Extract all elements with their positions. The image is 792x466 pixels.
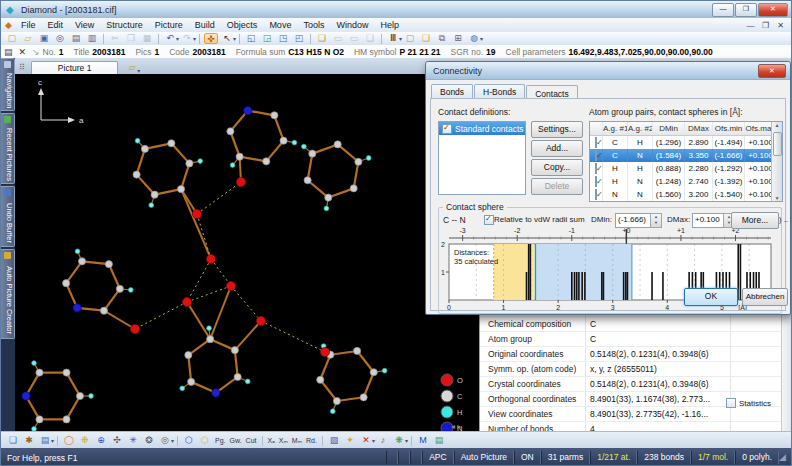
- structure-close-icon[interactable]: ✕: [19, 47, 27, 57]
- color-wheel-icon[interactable]: ❋: [392, 435, 406, 446]
- find-icon[interactable]: ◎: [53, 33, 67, 44]
- title-bar[interactable]: ◆ Diamond - [2003181.cif] — ❐ ✕: [1, 1, 791, 18]
- redo-icon[interactable]: ↷: [180, 33, 194, 44]
- delete-icon-arrow[interactable]: ▾: [372, 437, 375, 444]
- tile-icon[interactable]: ⊞: [451, 33, 465, 44]
- dialog-close-icon[interactable]: ✕: [758, 64, 786, 78]
- build-tools-icon[interactable]: ✱: [22, 435, 36, 446]
- definition-checkbox[interactable]: [442, 124, 452, 134]
- pairs-table-row[interactable]: CN(1.584)3.350(-1.666)+0.100R: [590, 149, 782, 162]
- add-button[interactable]: Add...: [531, 140, 583, 157]
- pairs-table-row[interactable]: CH(1.296)2.890(-1.494)+0.100R: [590, 136, 782, 149]
- row-check[interactable]: [590, 188, 603, 201]
- fragment-icon[interactable]: ❂: [142, 435, 156, 446]
- print-icon[interactable]: ▤: [69, 33, 83, 44]
- xa-label[interactable]: Xₐ: [268, 437, 275, 444]
- minimize-button[interactable]: —: [712, 3, 734, 17]
- paste-icon[interactable]: ▦: [140, 33, 154, 44]
- pairs-table-row[interactable]: HN(1.248)2.740(-1.392)+0.100R: [590, 175, 782, 188]
- target-icon[interactable]: ◎: [158, 435, 172, 446]
- hexagon-blue-icon[interactable]: ⬡: [182, 435, 196, 446]
- print-preview-icon[interactable]: ▥: [85, 33, 99, 44]
- grow-icon[interactable]: ✳: [126, 435, 140, 446]
- undo-icon[interactable]: ↶: [163, 33, 177, 44]
- color-wheel-icon-arrow[interactable]: ▾: [405, 437, 408, 444]
- mdi-minimize-button[interactable]: —: [744, 21, 757, 30]
- resize-grip[interactable]: ◢: [779, 451, 791, 464]
- target-icon-arrow[interactable]: ▾: [171, 437, 174, 444]
- new-window-icon[interactable]: ❏: [419, 33, 433, 44]
- cancel-button[interactable]: Abbrechen: [742, 288, 788, 306]
- cell-box-icon[interactable]: ▧: [327, 435, 341, 446]
- row-check[interactable]: [590, 149, 603, 162]
- layout-icon[interactable]: ❏: [315, 33, 329, 44]
- menu-objects[interactable]: Objects: [221, 19, 264, 31]
- grid-c-icon[interactable]: ❏: [363, 33, 377, 44]
- row-check[interactable]: [590, 136, 603, 149]
- picture-dropdown-arrow[interactable]: ▾: [137, 67, 140, 74]
- orientation-icon[interactable]: ✦: [343, 435, 357, 446]
- web-icon-arrow[interactable]: ▾: [480, 35, 483, 42]
- copy-icon[interactable]: ❐: [124, 33, 138, 44]
- sidebar-tab-navigation[interactable]: Navigation: [1, 58, 15, 111]
- pick-window-icon[interactable]: ❏: [6, 435, 20, 446]
- row-checkbox[interactable]: [595, 150, 597, 161]
- picture-full-icon[interactable]: ◰: [292, 33, 306, 44]
- connect-atoms-icon[interactable]: ✣: [110, 435, 124, 446]
- packed-spheres-icon[interactable]: ❉: [78, 435, 92, 446]
- structure-doc-icon[interactable]: ▤: [4, 47, 13, 57]
- new-icon[interactable]: ▢: [5, 33, 19, 44]
- property-row[interactable]: View coordinates8.4901(33), 2.7735(42), …: [480, 407, 783, 422]
- structure-canvas[interactable]: caOCHN◂ ▸: [15, 74, 479, 431]
- document-diamond-icon[interactable]: ◆: [5, 20, 12, 30]
- open-icon[interactable]: ▱: [21, 33, 35, 44]
- menu-edit[interactable]: Edit: [41, 19, 69, 31]
- property-row[interactable]: Chemical compositionC: [480, 317, 783, 332]
- picture-edit-icon[interactable]: ◳: [276, 33, 290, 44]
- cascade-icon[interactable]: ⧉: [435, 33, 449, 44]
- picture-add-icon[interactable]: ◲: [260, 33, 274, 44]
- property-row[interactable]: Original coordinates0.5148(2), 0.1231(4)…: [480, 347, 783, 362]
- maximize-button[interactable]: ❐: [735, 3, 757, 17]
- scroll-thumb[interactable]: [773, 132, 782, 156]
- mm-label[interactable]: Mₘ: [292, 437, 302, 445]
- rd-label[interactable]: Rd.: [306, 437, 317, 444]
- grid-a-icon[interactable]: ▭: [331, 33, 345, 44]
- ok-button[interactable]: OK: [684, 288, 738, 306]
- sidebar-tab-recent-pictures[interactable]: Recent Pictures: [1, 113, 15, 184]
- table-mode-icon[interactable]: Ⅲ: [386, 33, 400, 44]
- xm-label[interactable]: Xₘ: [279, 437, 288, 445]
- pan-hand-icon[interactable]: ✜: [204, 33, 218, 44]
- delete-icon[interactable]: ✕: [359, 435, 373, 446]
- menu-view[interactable]: View: [69, 19, 100, 31]
- row-checkbox[interactable]: [595, 163, 597, 174]
- property-row[interactable]: Atom groupC: [480, 332, 783, 347]
- mdi-restore-button[interactable]: ❐: [759, 21, 772, 30]
- sidebar-tab-undo-buffer[interactable]: Undo Buffer: [1, 186, 15, 247]
- contact-pairs-table[interactable]: A.g. #1A.g. #2DMinDMaxOfs.minOfs.maxCH(1…: [589, 121, 783, 202]
- note-icon[interactable]: ♪: [376, 435, 390, 446]
- row-check[interactable]: [590, 175, 603, 188]
- pairs-table-row[interactable]: NN(1.560)3.200(-1.540)+0.100R: [590, 188, 782, 201]
- dialog-title-bar[interactable]: Connectivity ✕: [426, 62, 790, 80]
- menu-help[interactable]: Help: [374, 19, 405, 31]
- grid-b-icon[interactable]: ▭: [347, 33, 361, 44]
- picture-window-icon[interactable]: ◱: [244, 33, 258, 44]
- menu-structure[interactable]: Structure: [100, 19, 149, 31]
- table-mode-icon-arrow[interactable]: ▾: [399, 35, 402, 42]
- scroll-down-arrow[interactable]: ▼: [772, 195, 782, 201]
- blank-sheet-icon[interactable]: ▢: [403, 33, 417, 44]
- picture-mode-icon[interactable]: ▤: [38, 435, 52, 446]
- gw-label[interactable]: Gw.: [230, 437, 242, 444]
- photo-icon[interactable]: ▤: [432, 435, 446, 446]
- copy-button[interactable]: Copy...: [531, 159, 583, 176]
- properties-scrollbar[interactable]: [781, 301, 792, 431]
- definition-item[interactable]: Standard contacts: [439, 122, 525, 135]
- pointer-icon[interactable]: ↖: [220, 33, 234, 44]
- contact-definitions-list[interactable]: Standard contacts: [438, 121, 526, 195]
- picture-mode-icon-arrow[interactable]: ▾: [51, 437, 54, 444]
- sidebar-tab-auto-picture-creator[interactable]: Auto Picture Creator: [1, 249, 15, 339]
- property-row[interactable]: Symm. op. (atom code)x, y, z (26555011): [480, 362, 783, 377]
- menu-tools[interactable]: Tools: [297, 19, 330, 31]
- structure-nav-icon[interactable]: ↘: [32, 47, 40, 57]
